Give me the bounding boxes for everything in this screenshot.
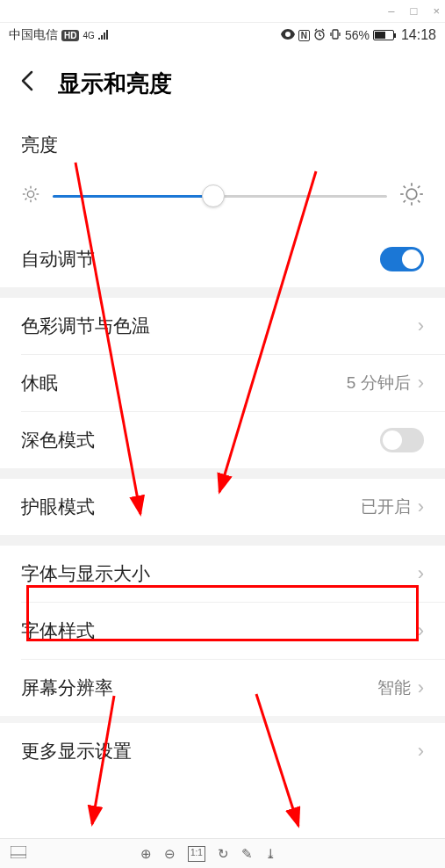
- clock-label: 14:18: [401, 27, 436, 43]
- nfc-icon: N: [298, 30, 310, 41]
- color-temp-row[interactable]: 色彩调节与色温 ›: [0, 298, 445, 354]
- color-temp-label: 色彩调节与色温: [21, 314, 150, 338]
- chevron-right-icon: ›: [418, 676, 424, 699]
- dark-mode-row[interactable]: 深色模式: [0, 412, 445, 468]
- font-size-row[interactable]: 字体与显示大小 ›: [0, 546, 445, 602]
- chevron-right-icon: ›: [418, 315, 424, 337]
- alarm-icon: [313, 28, 326, 43]
- window-minimize-button[interactable]: –: [388, 4, 394, 18]
- auto-adjust-row[interactable]: 自动调节: [0, 231, 445, 287]
- svg-point-2: [27, 191, 33, 197]
- download-button[interactable]: ⤓: [265, 846, 276, 862]
- chevron-right-icon: ›: [418, 619, 424, 642]
- eye-comfort-value: 已开启: [361, 495, 411, 518]
- back-button[interactable]: [16, 69, 39, 98]
- chevron-right-icon: ›: [418, 740, 424, 763]
- edit-button[interactable]: ✎: [241, 846, 253, 862]
- svg-line-7: [25, 189, 27, 191]
- font-style-label: 字体样式: [21, 618, 95, 643]
- layout-icon[interactable]: [11, 846, 26, 861]
- battery-percent: 56%: [345, 28, 370, 42]
- font-style-row[interactable]: 字体样式 ›: [0, 603, 445, 659]
- vibrate-icon: [329, 28, 341, 43]
- dark-mode-label: 深色模式: [21, 428, 95, 452]
- brightness-low-icon: [21, 184, 40, 207]
- sleep-row[interactable]: 休眠 5 分钟后 ›: [0, 355, 445, 411]
- window-chrome: – □ ×: [0, 0, 445, 23]
- more-settings-row[interactable]: 更多显示设置 ›: [0, 723, 445, 790]
- sleep-label: 休眠: [21, 371, 58, 395]
- title-bar: 显示和亮度: [0, 47, 445, 122]
- eye-icon: [281, 28, 295, 42]
- window-maximize-button[interactable]: □: [411, 4, 418, 18]
- brightness-slider[interactable]: [53, 195, 387, 198]
- svg-line-17: [418, 200, 420, 202]
- svg-line-9: [25, 199, 27, 200]
- svg-line-19: [418, 186, 420, 188]
- rotate-button[interactable]: ↻: [218, 846, 229, 862]
- battery-icon: [373, 30, 394, 40]
- brightness-section: 亮度: [0, 122, 445, 231]
- signal-icon: [98, 28, 111, 42]
- resolution-row[interactable]: 屏幕分辨率 智能 ›: [0, 660, 445, 716]
- brightness-label: 亮度: [21, 133, 424, 157]
- resolution-value: 智能: [377, 676, 411, 699]
- eye-comfort-row[interactable]: 护眼模式 已开启 ›: [0, 479, 445, 535]
- resolution-label: 屏幕分辨率: [21, 676, 113, 700]
- status-bar: 中国电信 HD 4G N 56% 14:18: [0, 23, 445, 47]
- hd-badge-icon: HD: [61, 30, 79, 41]
- sleep-value: 5 分钟后: [347, 372, 411, 394]
- chevron-right-icon: ›: [418, 372, 424, 394]
- fit-button[interactable]: 1:1: [188, 846, 205, 862]
- svg-line-10: [35, 189, 37, 191]
- network-type-label: 4G: [83, 32, 94, 40]
- page-title: 显示和亮度: [58, 69, 172, 99]
- zoom-out-button[interactable]: ⊖: [164, 846, 176, 862]
- svg-line-8: [35, 199, 37, 200]
- brightness-high-icon: [399, 182, 424, 210]
- window-close-button[interactable]: ×: [433, 4, 440, 18]
- more-settings-label: 更多显示设置: [21, 739, 132, 763]
- chevron-right-icon: ›: [418, 495, 424, 518]
- dark-mode-toggle[interactable]: [380, 428, 424, 452]
- svg-line-18: [404, 200, 406, 202]
- svg-point-11: [406, 189, 417, 199]
- carrier-label: 中国电信: [9, 27, 58, 43]
- auto-adjust-toggle[interactable]: [380, 247, 424, 271]
- zoom-in-button[interactable]: ⊕: [140, 846, 152, 862]
- svg-line-16: [404, 186, 406, 188]
- svg-rect-1: [333, 30, 338, 39]
- svg-rect-24: [11, 846, 26, 858]
- font-size-label: 字体与显示大小: [21, 561, 150, 586]
- window-footer: ⊕ ⊖ 1:1 ↻ ✎ ⤓: [0, 838, 445, 868]
- eye-comfort-label: 护眼模式: [21, 495, 95, 519]
- chevron-right-icon: ›: [418, 562, 424, 585]
- auto-adjust-label: 自动调节: [21, 247, 95, 271]
